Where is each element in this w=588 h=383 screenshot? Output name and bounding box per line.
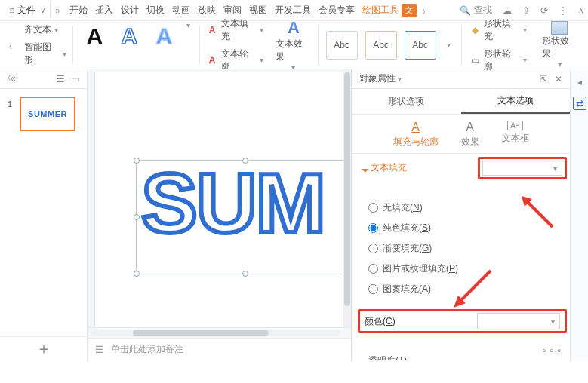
radio-gradient-fill-label: 渐变填充: [383, 243, 419, 253]
radio-pattern-fill[interactable]: 图案填充(A): [368, 283, 559, 296]
radio-no-fill[interactable]: 无填充(N): [368, 201, 559, 214]
text-fill-swatch-dropdown[interactable]: ▾: [478, 157, 567, 179]
radio-solid-fill[interactable]: 纯色填充(S): [368, 222, 559, 234]
radio-no-fill-label: 无填充: [383, 202, 410, 213]
overflow-next-icon[interactable]: [423, 5, 426, 16]
search-label: 查找: [474, 4, 492, 17]
text-outline-icon: A: [206, 54, 218, 66]
slide-canvas[interactable]: SUM: [95, 72, 351, 327]
transparency-label: 透明度: [368, 355, 396, 360]
text-style-sample-3[interactable]: A: [149, 21, 179, 69]
tab-member[interactable]: 会员专享: [319, 4, 355, 17]
radio-gradient-fill[interactable]: 渐变填充(G): [368, 242, 559, 255]
tab-text-options[interactable]: 文本选项: [461, 89, 571, 114]
tab-shape-options[interactable]: 形状选项: [352, 89, 461, 114]
close-panel-icon[interactable]: ✕: [555, 74, 562, 84]
shape-effect-button[interactable]: 形状效果: [542, 21, 577, 69]
text-style-more-icon[interactable]: ▾: [183, 21, 193, 69]
resize-handle-bl[interactable]: [134, 271, 140, 277]
resize-handle-bc[interactable]: [242, 271, 248, 277]
panel-expand-icon[interactable]: »: [8, 74, 16, 84]
shape-style-more-icon[interactable]: ▾: [444, 41, 454, 49]
tab-view[interactable]: 视图: [249, 4, 267, 17]
subtab-textbox[interactable]: A≡ 文本框: [502, 121, 529, 149]
collapse-ribbon-icon[interactable]: ∧: [578, 6, 583, 14]
tab-start[interactable]: 开始: [69, 4, 88, 17]
orange-mode-button[interactable]: 文: [402, 4, 417, 17]
radio-no-fill-input[interactable]: [368, 203, 378, 213]
tab-design[interactable]: 设计: [121, 4, 139, 17]
tray-filter-icon[interactable]: ⇄: [573, 97, 586, 110]
radio-pattern-fill-input[interactable]: [368, 284, 378, 294]
tab-review[interactable]: 审阅: [223, 4, 242, 17]
pin-icon[interactable]: ⇱: [540, 74, 547, 84]
shape-style-1[interactable]: Abc: [326, 31, 358, 60]
radio-solid-fill-hotkey: S: [422, 222, 428, 233]
notes-placeholder[interactable]: 单击此处添加备注: [111, 343, 183, 356]
file-menu[interactable]: ≡ 文件 ∨: [5, 2, 51, 18]
subtab-fill-icon: A: [411, 121, 420, 134]
toolbar-scroll-left[interactable]: [9, 40, 12, 51]
share-icon[interactable]: ⇧: [522, 5, 530, 16]
tab-slideshow[interactable]: 放映: [198, 4, 216, 17]
text-style-sample-2[interactable]: A: [114, 21, 144, 69]
shape-fill-button[interactable]: ◆ 形状填充: [469, 17, 527, 43]
color-label: 颜色: [365, 316, 383, 326]
resize-handle-tl[interactable]: [134, 158, 140, 164]
panel-more-icon[interactable]: ∘∘∘: [541, 345, 564, 356]
color-swatch-dropdown[interactable]: ▾: [477, 313, 560, 329]
align-text-label: 齐文本: [24, 23, 51, 36]
resize-handle-tc[interactable]: [242, 158, 248, 164]
subtab-fill-label: 填充与轮廓: [393, 136, 439, 149]
vertical-scrollbar[interactable]: [343, 69, 351, 327]
radio-picture-fill-input[interactable]: [368, 264, 378, 274]
section-text-fill-label: 文本填充: [371, 161, 407, 174]
subtab-effect[interactable]: A 效果: [461, 121, 479, 149]
chevron-down-icon: ▾: [551, 317, 555, 326]
radio-gradient-fill-input[interactable]: [368, 244, 378, 253]
text-effect-label: 文本效果: [276, 38, 311, 63]
text-style-sample-1[interactable]: A: [79, 21, 109, 69]
subtab-fill-outline[interactable]: A 填充与轮廓: [393, 121, 439, 149]
add-slide-button[interactable]: ＋: [0, 336, 87, 360]
text-fill-button[interactable]: A 文本填充: [206, 17, 263, 43]
shape-effect-icon: [551, 21, 568, 35]
overflow-prev-icon[interactable]: »: [55, 5, 60, 16]
smart-shape-button[interactable]: 智能图形: [24, 41, 66, 66]
tray-collapse-icon[interactable]: ◂: [573, 75, 586, 89]
vertical-scrollbar-thumb[interactable]: [344, 72, 350, 306]
selected-textbox[interactable]: SUM: [136, 160, 351, 274]
tab-animation[interactable]: 动画: [172, 4, 190, 17]
text-effect-button[interactable]: A 文本效果: [276, 18, 311, 72]
tab-insert[interactable]: 插入: [95, 4, 113, 17]
resize-handle-ml[interactable]: [134, 214, 140, 220]
color-hotkey: C: [386, 316, 393, 326]
radio-pattern-fill-hotkey: A: [422, 283, 428, 294]
smart-shape-label: 智能图形: [24, 41, 60, 66]
radio-solid-fill-input[interactable]: [368, 223, 378, 233]
tab-drawing-tools[interactable]: 绘图工具: [362, 4, 399, 17]
shape-style-2[interactable]: Abc: [365, 31, 397, 60]
radio-picture-fill[interactable]: 图片或纹理填充(P): [368, 262, 559, 275]
slide-thumbnail-1[interactable]: SUMMER: [20, 97, 75, 131]
subtab-effect-icon: A: [466, 121, 474, 134]
slide-editor[interactable]: SUM: [88, 69, 351, 327]
tab-devtools[interactable]: 开发工具: [275, 4, 311, 17]
color-label-wrap: 颜色(C): [365, 315, 396, 328]
horizontal-scrollbar-thumb[interactable]: [133, 330, 269, 336]
shape-outline-icon: ▭: [469, 54, 482, 66]
panel-title[interactable]: 对象属性: [359, 72, 402, 85]
sync-icon[interactable]: ⟳: [540, 5, 548, 16]
horizontal-scrollbar[interactable]: [88, 327, 351, 338]
search-button[interactable]: 🔍 查找: [460, 4, 492, 17]
notes-icon: ☰: [95, 345, 103, 355]
thumbnail-view-icon[interactable]: ▭: [71, 74, 79, 84]
shape-style-3[interactable]: Abc: [405, 31, 436, 60]
more-menu[interactable]: ⋮: [559, 5, 568, 16]
file-label: 文件: [17, 4, 35, 17]
outline-view-icon[interactable]: ☰: [57, 74, 65, 84]
align-text-button[interactable]: 齐文本: [24, 23, 66, 36]
tab-transition[interactable]: 切换: [146, 4, 165, 17]
cloud-icon[interactable]: ☁: [503, 5, 512, 16]
text-effect-icon: A: [288, 18, 300, 38]
